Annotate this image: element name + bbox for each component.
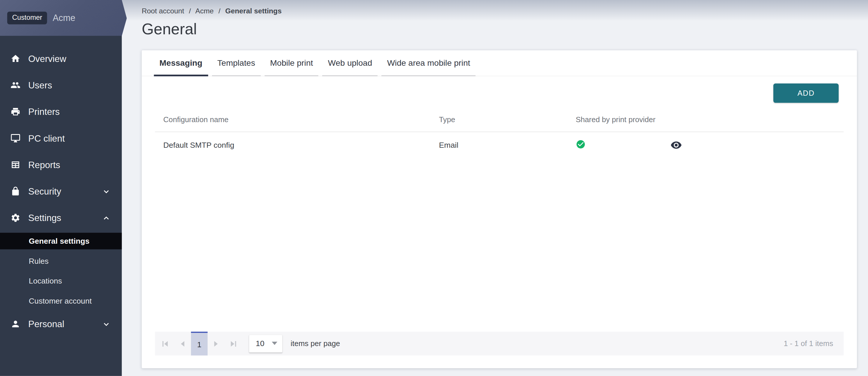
sidebar-item-label: Personal — [28, 319, 64, 329]
sidebar-item-label: Printers — [28, 106, 60, 117]
chevron-up-icon — [102, 214, 111, 222]
sidebar-item-label: Reports — [28, 159, 60, 170]
sidebar-item-settings[interactable]: Settings — [0, 204, 122, 231]
sidebar-item-label: Security — [28, 186, 61, 197]
pager-range-info: 1 - 1 of 1 items — [783, 339, 833, 348]
tab-label: Messaging — [160, 58, 203, 67]
cell-shared-status — [568, 139, 657, 150]
column-header-type: Type — [431, 115, 568, 124]
settings-card: Messaging Templates Mobile print Web upl… — [142, 50, 857, 368]
sidebar-item-rules[interactable]: Rules — [0, 251, 122, 271]
tab-templates[interactable]: Templates — [212, 50, 260, 76]
page-size-value: 10 — [256, 339, 265, 347]
users-icon — [10, 80, 20, 90]
sidebar-subitem-label: Rules — [29, 257, 49, 265]
tab-label: Mobile print — [270, 58, 313, 67]
table-row: Default SMTP config Email — [155, 132, 843, 157]
settings-submenu: General settings Rules Locations Custome… — [0, 233, 122, 311]
chevron-down-icon — [102, 320, 111, 328]
pager-current-page[interactable]: 1 — [191, 332, 208, 356]
add-button[interactable]: ADD — [773, 83, 839, 103]
dropdown-caret-icon — [272, 342, 277, 345]
sidebar-item-label: Users — [28, 80, 52, 91]
tab-label: Templates — [217, 58, 255, 67]
sidebar-item-label: Overview — [28, 53, 66, 64]
sidebar-item-label: PC client — [28, 133, 65, 143]
breadcrumb-acme[interactable]: Acme — [195, 7, 214, 15]
gear-icon — [10, 213, 20, 223]
tab-wide-area-mobile-print[interactable]: Wide area mobile print — [381, 50, 475, 76]
sidebar-item-reports[interactable]: Reports — [0, 151, 122, 178]
check-circle-icon — [576, 139, 586, 149]
sidebar-item-label: Settings — [28, 212, 61, 223]
breadcrumb-separator: / — [218, 7, 220, 15]
sidebar-subitem-label: Locations — [29, 277, 62, 285]
sidebar-item-printers[interactable]: Printers — [0, 98, 122, 125]
page-title: General — [142, 20, 197, 38]
sidebar-item-users[interactable]: Users — [0, 72, 122, 98]
chevron-down-icon — [102, 187, 111, 195]
sidebar-item-locations[interactable]: Locations — [0, 271, 122, 291]
tab-messaging[interactable]: Messaging — [154, 50, 208, 76]
breadcrumb: Root account / Acme / General settings — [142, 7, 282, 15]
eye-preview-icon[interactable] — [670, 139, 682, 150]
tab-web-upload[interactable]: Web upload — [322, 50, 378, 76]
pager-previous-page-button[interactable] — [176, 332, 190, 356]
account-name: Acme — [53, 13, 75, 23]
pager-last-page-button[interactable] — [227, 332, 240, 356]
sidebar: Customer Acme Overview Users Printers — [0, 0, 122, 376]
tab-bar: Messaging Templates Mobile print Web upl… — [142, 50, 857, 76]
column-header-configuration-name: Configuration name — [155, 115, 431, 124]
main-content: Root account / Acme / General settings G… — [122, 0, 868, 376]
page-size-dropdown[interactable]: 10 — [249, 335, 282, 352]
customer-type-badge: Customer — [7, 11, 47, 25]
tab-label: Web upload — [328, 58, 372, 67]
reports-table-icon — [10, 160, 20, 170]
pager-first-page-button[interactable] — [158, 332, 172, 356]
cell-actions — [657, 139, 844, 150]
tab-mobile-print[interactable]: Mobile print — [265, 50, 318, 76]
sidebar-item-security[interactable]: Security — [0, 178, 122, 204]
table-header: Configuration name Type Shared by print … — [155, 108, 843, 132]
pager: 1 10 items per page 1 - 1 of 1 items — [155, 332, 843, 356]
person-icon — [10, 319, 20, 329]
account-banner: Customer Acme — [0, 0, 127, 36]
pager-next-page-button[interactable] — [209, 332, 223, 356]
sidebar-item-overview[interactable]: Overview — [0, 45, 122, 72]
breadcrumb-root-account[interactable]: Root account — [142, 7, 184, 15]
sidebar-item-general-settings[interactable]: General settings — [0, 233, 122, 249]
monitor-icon — [10, 133, 20, 143]
printer-icon — [10, 107, 20, 116]
sidebar-item-customer-account[interactable]: Customer account — [0, 291, 122, 311]
home-icon — [10, 54, 20, 63]
sidebar-subitem-label: Customer account — [29, 296, 92, 305]
items-per-page-label: items per page — [290, 339, 340, 348]
tab-label: Wide area mobile print — [387, 58, 470, 67]
cell-configuration-name: Default SMTP config — [155, 140, 431, 149]
breadcrumb-current: General settings — [225, 7, 282, 15]
app-root: Customer Acme Overview Users Printers — [0, 0, 868, 376]
sidebar-subitem-label: General settings — [29, 237, 90, 245]
column-header-shared-by-print-provider: Shared by print provider — [568, 115, 657, 124]
lock-icon — [10, 186, 20, 196]
sidebar-item-pc-client[interactable]: PC client — [0, 125, 122, 151]
cell-type: Email — [431, 140, 568, 149]
sidebar-nav: Overview Users Printers PC client — [0, 36, 122, 337]
sidebar-item-personal[interactable]: Personal — [0, 311, 122, 337]
breadcrumb-separator: / — [189, 7, 191, 15]
